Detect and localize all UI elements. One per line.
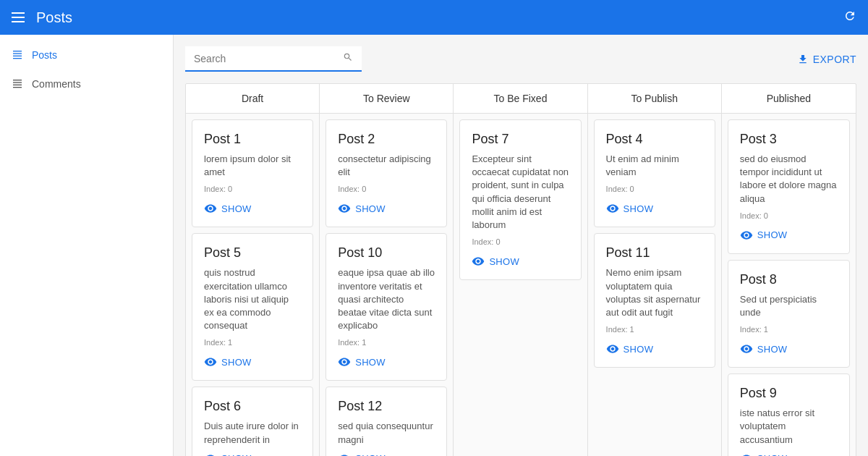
post-index: Index: 1 [204, 338, 301, 347]
sidebar-item-comments[interactable]: Comments [0, 69, 173, 98]
post-title: Post 12 [338, 399, 435, 414]
search-input[interactable] [194, 53, 337, 64]
post-title: Post 8 [740, 272, 838, 287]
post-body: Sed ut perspiciatis unde [740, 293, 838, 319]
search-box[interactable] [185, 46, 362, 72]
show-label: SHOW [624, 344, 654, 355]
kanban-col-header-to-review: To Review [320, 84, 454, 113]
show-label: SHOW [489, 256, 519, 267]
eye-icon [740, 342, 753, 355]
show-label: SHOW [221, 453, 252, 456]
show-button[interactable]: SHOW [606, 202, 654, 215]
show-button[interactable]: SHOW [338, 202, 386, 215]
post-card[interactable]: Post 5quis nostrud exercitation ullamco … [192, 233, 313, 381]
svg-rect-4 [13, 53, 22, 54]
post-body: eaque ipsa quae ab illo inventore verita… [338, 266, 435, 332]
svg-rect-1 [12, 17, 25, 18]
show-label: SHOW [757, 229, 788, 240]
eye-icon [338, 355, 351, 368]
kanban-col-header-draft: Draft [186, 84, 320, 113]
kanban-col-header-published: Published [722, 84, 856, 113]
post-title: Post 9 [740, 386, 838, 401]
post-card[interactable]: Post 11Nemo enim ipsam voluptatem quia v… [594, 233, 715, 368]
eye-icon [472, 255, 485, 268]
show-label: SHOW [355, 453, 386, 456]
post-title: Post 1 [204, 132, 301, 147]
eye-icon [338, 202, 351, 215]
show-button[interactable]: SHOW [740, 229, 788, 242]
post-card[interactable]: Post 6Duis aute irure dolor in reprehend… [192, 387, 313, 456]
svg-rect-10 [13, 87, 22, 88]
post-index: Index: 1 [338, 338, 435, 347]
post-index: Index: 0 [472, 237, 569, 246]
post-card[interactable]: Post 3sed do eiusmod tempor incididunt u… [728, 119, 850, 254]
post-index: Index: 0 [606, 185, 703, 193]
show-label: SHOW [757, 453, 788, 456]
show-button[interactable]: SHOW [338, 452, 386, 456]
show-button[interactable]: SHOW [472, 255, 519, 268]
post-index: Index: 0 [204, 185, 301, 193]
post-title: Post 11 [606, 245, 703, 261]
kanban-column-to-be-fixed: Post 7Excepteur sint occaecat cupidatat … [454, 114, 587, 456]
sidebar-item-posts[interactable]: Posts [0, 41, 173, 69]
posts-icon [12, 49, 23, 61]
kanban-col-header-to-publish: To Publish [588, 84, 722, 113]
app-title: Posts [36, 9, 843, 26]
post-body: iste natus error sit voluptatem accusant… [740, 407, 838, 447]
post-body: Duis aute irure dolor in reprehenderit i… [204, 420, 301, 446]
post-title: Post 5 [204, 245, 301, 261]
app-bar: Posts [0, 0, 868, 35]
post-body: Ut enim ad minim veniam [606, 153, 703, 179]
post-index: Index: 1 [740, 325, 838, 334]
show-button[interactable]: SHOW [204, 452, 252, 456]
post-card[interactable]: Post 4Ut enim ad minim veniamIndex: 0SHO… [594, 119, 715, 227]
search-icon [343, 52, 353, 64]
kanban-column-to-publish: Post 4Ut enim ad minim veniamIndex: 0SHO… [588, 114, 722, 456]
export-button[interactable]: EXPORT [797, 54, 856, 65]
post-index: Index: 0 [338, 185, 435, 193]
svg-rect-9 [13, 85, 22, 85]
show-label: SHOW [355, 357, 386, 368]
kanban-header: DraftTo ReviewTo Be FixedTo PublishPubli… [186, 84, 856, 114]
post-body: Nemo enim ipsam voluptatem quia voluptas… [606, 266, 703, 319]
svg-rect-7 [13, 80, 22, 80]
svg-rect-8 [13, 82, 22, 83]
show-button[interactable]: SHOW [606, 342, 654, 355]
post-index: Index: 0 [740, 211, 838, 220]
show-label: SHOW [757, 344, 788, 355]
post-card[interactable]: Post 7Excepteur sint occaecat cupidatat … [459, 119, 581, 280]
show-button[interactable]: SHOW [740, 452, 788, 456]
post-card[interactable]: Post 12sed quia consequuntur magniSHOW [326, 387, 447, 456]
eye-icon [204, 355, 217, 368]
eye-icon [606, 202, 619, 215]
eye-icon [204, 202, 217, 215]
kanban-body: Post 1lorem ipsum dolor sit ametIndex: 0… [186, 114, 856, 456]
export-label: EXPORT [813, 54, 856, 65]
show-button[interactable]: SHOW [204, 202, 252, 215]
show-button[interactable]: SHOW [204, 355, 252, 368]
post-card[interactable]: Post 8Sed ut perspiciatis undeIndex: 1SH… [728, 260, 850, 368]
kanban-column-published: Post 3sed do eiusmod tempor incididunt u… [722, 114, 856, 456]
post-card[interactable]: Post 1lorem ipsum dolor sit ametIndex: 0… [192, 119, 313, 227]
post-card[interactable]: Post 2consectetur adipiscing elitIndex: … [326, 119, 447, 227]
svg-rect-2 [12, 21, 25, 22]
svg-rect-0 [12, 12, 25, 14]
show-button[interactable]: SHOW [338, 355, 386, 368]
main-layout: Posts Comments [0, 35, 868, 456]
main-content: EXPORT DraftTo ReviewTo Be FixedTo Publi… [174, 35, 868, 456]
refresh-icon[interactable] [843, 9, 856, 26]
svg-rect-5 [13, 56, 22, 56]
show-label: SHOW [221, 203, 252, 214]
post-card[interactable]: Post 9iste natus error sit voluptatem ac… [728, 373, 850, 456]
post-index: Index: 1 [606, 325, 703, 334]
post-body: consectetur adipiscing elit [338, 153, 435, 179]
post-body: lorem ipsum dolor sit amet [204, 153, 301, 179]
menu-icon[interactable] [12, 9, 25, 26]
eye-icon [338, 452, 351, 456]
show-button[interactable]: SHOW [740, 342, 788, 355]
post-card[interactable]: Post 10eaque ipsa quae ab illo inventore… [326, 233, 447, 381]
sidebar-comments-label: Comments [32, 78, 81, 90]
post-title: Post 3 [740, 132, 838, 147]
comments-icon [12, 78, 23, 90]
sidebar: Posts Comments [0, 35, 174, 456]
